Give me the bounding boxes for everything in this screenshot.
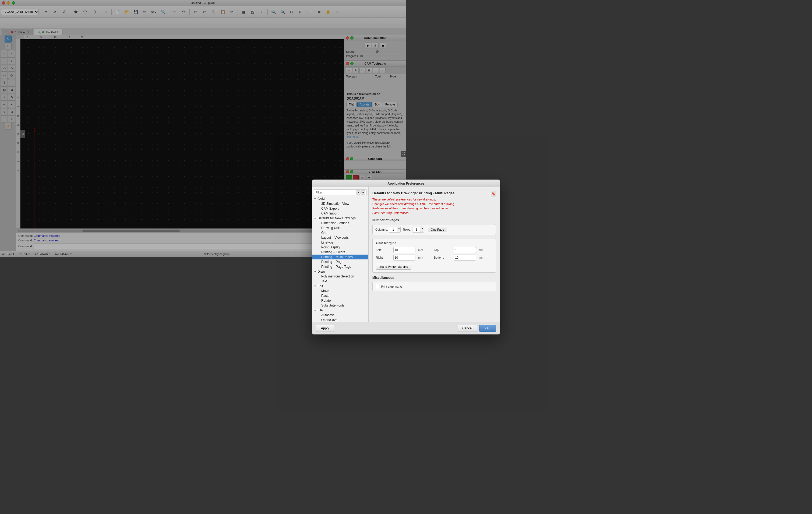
tree-filter-wrapper: + − [314, 190, 367, 195]
columns-input[interactable] [389, 227, 397, 232]
right-input[interactable] [394, 255, 406, 257]
warning-line-3: Preferences of the current drawing can b… [372, 206, 406, 211]
printcolors-icon [317, 250, 321, 254]
warning-line-4: Edit > Drawing Preferences. [372, 211, 406, 215]
warning-line-1: These are default preferences for new dr… [372, 197, 406, 202]
columns-down-btn[interactable]: ▼ [397, 230, 400, 232]
3dsim-label: 3D Simulation View [321, 202, 349, 206]
content-panel: Defaults for New Drawings: Printing - Mu… [369, 187, 406, 257]
grid-icon [317, 231, 321, 235]
left-input[interactable] [394, 247, 406, 253]
dim-icon [317, 221, 321, 225]
filter-collapse-btn[interactable]: − [361, 190, 366, 195]
tree-item-linetype[interactable]: Linetype [312, 240, 368, 245]
columns-spin: ▲ ▼ [397, 227, 400, 232]
left-label: Left: [376, 248, 392, 252]
tree-item-pointdisplay[interactable]: Point Display [312, 245, 368, 250]
tree-item-grid[interactable]: Grid [312, 230, 368, 235]
camexport-label: CAM Export [321, 207, 339, 210]
columns-group: Columns: ▲ ▼ [375, 227, 401, 232]
num-pages-section-label: Number of Pages [372, 218, 406, 222]
warning-text: These are default preferences for new dr… [372, 197, 406, 215]
columns-label: Columns: [375, 228, 388, 231]
rows-label: Rows: [403, 228, 406, 231]
modal-title-bar: Application Preferences [312, 180, 406, 187]
cam-expand-icon: ▼ [313, 197, 317, 201]
drawunit-label: Drawing Unit [321, 226, 340, 230]
right-label: Right: [376, 256, 392, 257]
grid-label: Grid [321, 231, 327, 235]
tree-item-dimsettings[interactable]: Dimension Settings [312, 221, 368, 226]
printmulti-label: Printing – Multi Pages [321, 255, 353, 257]
modal-title: Application Preferences [387, 182, 406, 185]
defaults-label: Defaults for New Drawings [317, 217, 356, 220]
camexport-icon [317, 207, 321, 210]
glue-margins-section: Glue Margins Left: mm Top: mm [372, 238, 406, 257]
drawunit-icon [317, 226, 321, 230]
left-input-wrap [393, 247, 406, 253]
camimport-label: CAM Import [321, 211, 339, 215]
camimport-icon [317, 211, 321, 215]
tree-item-3dsim[interactable]: 3D Simulation View [312, 201, 368, 206]
tree-item-printing-colors[interactable]: Printing – Colors [312, 250, 368, 255]
tree-panel: + − ▼ CAM 3D Simulation View CAM Export [312, 187, 369, 257]
glue-margins-label: Glue Margins [376, 241, 406, 245]
cam-label: CAM [317, 197, 325, 201]
columns-up-btn[interactable]: ▲ [397, 227, 400, 230]
preferences-modal: Application Preferences + − ▼ CAM [312, 179, 406, 257]
columns-input-wrap: ▲ ▼ [389, 227, 401, 232]
tree-filter-btns: + − [356, 190, 366, 195]
tree-item-camimport[interactable]: CAM Import [312, 211, 368, 216]
defaults-expand-icon: ▼ [313, 217, 317, 220]
warning-line-2: Changes will affect new drawings but NOT… [372, 202, 406, 206]
3dsim-icon [317, 202, 321, 206]
modal-body: + − ▼ CAM 3D Simulation View CAM Export [312, 187, 406, 257]
right-input-wrap [393, 255, 406, 257]
pointdisplay-label: Point Display [321, 246, 340, 249]
pointdisplay-icon [317, 246, 321, 249]
dim-label: Dimension Settings [321, 221, 349, 225]
filter-expand-btn[interactable]: + [356, 190, 360, 195]
linetype-icon [317, 240, 321, 244]
num-pages-row: Columns: ▲ ▼ Rows: [372, 224, 406, 235]
margins-grid: Left: mm Top: mm Right: [376, 247, 406, 257]
tree-item-layout[interactable]: Layout – Viewports [312, 235, 368, 240]
printcolors-label: Printing – Colors [321, 250, 345, 254]
tree-item-camexport[interactable]: CAM Export [312, 206, 368, 211]
layout-label: Layout – Viewports [321, 236, 349, 239]
layout-icon [317, 236, 321, 239]
content-title: Defaults for New Drawings: Printing - Mu… [372, 191, 406, 195]
linetype-label: Linetype [321, 240, 334, 244]
tree-item-defaults[interactable]: ▼ Defaults for New Drawings [312, 216, 368, 221]
rows-group: Rows: ▲ ▼ [403, 227, 406, 232]
tree-item-drawingunit[interactable]: Drawing Unit [312, 226, 368, 230]
tree-item-cam[interactable]: ▼ CAM [312, 196, 368, 201]
printmulti-icon [317, 255, 321, 257]
tree-item-printing-multi[interactable]: Printing – Multi Pages [312, 255, 368, 257]
modal-overlay[interactable]: Application Preferences + − ▼ CAM [0, 0, 406, 257]
